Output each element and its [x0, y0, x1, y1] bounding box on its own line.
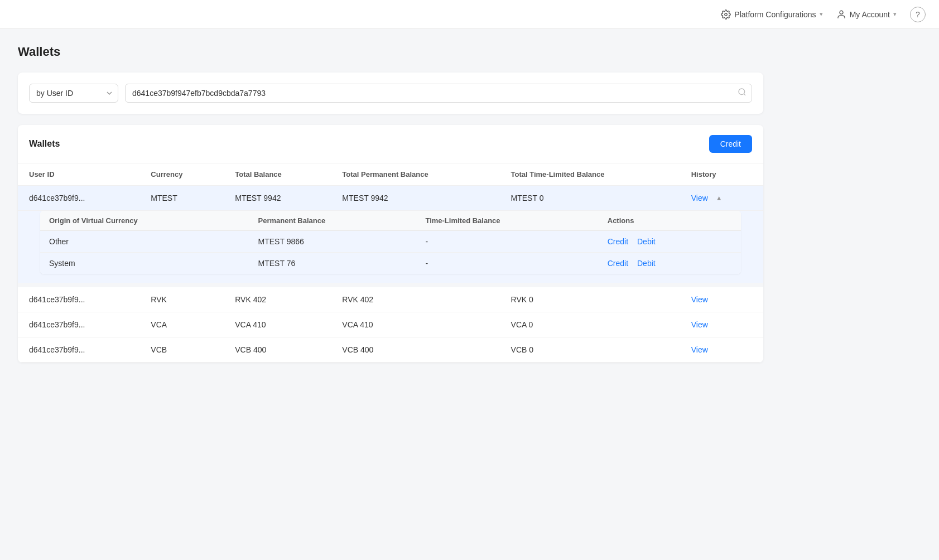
sub-cell-time-limited: -	[416, 231, 598, 253]
filter-select[interactable]: by User IDby Wallet IDby Email	[29, 84, 118, 103]
svg-line-3	[744, 94, 745, 95]
search-input-wrap	[125, 84, 752, 103]
platform-config-nav[interactable]: Platform Configurations ▾	[721, 9, 822, 20]
cell-currency: RVK	[139, 287, 224, 312]
cell-total-balance: VCB 400	[224, 337, 331, 363]
platform-config-label: Platform Configurations	[734, 10, 816, 19]
cell-total-time-limited: VCA 0	[500, 312, 680, 337]
cell-total-time-limited: RVK 0	[500, 287, 680, 312]
wallets-table: User ID Currency Total Balance Total Per…	[18, 163, 763, 363]
table-row: d641ce37b9f9... RVK RVK 402 RVK 402 RVK …	[18, 287, 763, 312]
page-title: Wallets	[18, 45, 763, 59]
cell-currency: VCA	[139, 312, 224, 337]
view-link[interactable]: View	[691, 194, 708, 202]
search-icon	[738, 88, 747, 96]
svg-point-2	[739, 89, 745, 95]
sub-cell-origin: Other	[40, 231, 249, 253]
cell-total-permanent: VCA 410	[331, 312, 499, 337]
cell-total-permanent: RVK 402	[331, 287, 499, 312]
spacer-row	[18, 283, 763, 287]
col-user-id: User ID	[18, 163, 139, 186]
cell-currency: MTEST	[139, 186, 224, 211]
table-panel-header: Wallets Credit	[18, 125, 763, 163]
sub-cell-permanent: MTEST 76	[249, 253, 417, 274]
col-total-permanent: Total Permanent Balance	[331, 163, 499, 186]
view-link[interactable]: View	[691, 320, 708, 329]
sub-col-permanent: Permanent Balance	[249, 211, 417, 231]
table-row: d641ce37b9f9... VCA VCA 410 VCA 410 VCA …	[18, 312, 763, 337]
my-account-label: My Account	[850, 10, 890, 19]
cell-history: View	[680, 337, 763, 363]
cell-user-id: d641ce37b9f9...	[18, 312, 139, 337]
view-link[interactable]: View	[691, 345, 708, 354]
credit-button[interactable]: Credit	[709, 135, 752, 153]
platform-config-chevron: ▾	[820, 11, 823, 18]
table-row: d641ce37b9f9... MTEST MTEST 9942 MTEST 9…	[18, 186, 763, 211]
sub-cell-actions: Credit Debit	[599, 231, 741, 253]
cell-total-permanent: VCB 400	[331, 337, 499, 363]
cell-total-balance: VCA 410	[224, 312, 331, 337]
search-button[interactable]	[738, 88, 747, 99]
sub-table: Origin of Virtual Currency Permanent Bal…	[40, 211, 741, 274]
help-button[interactable]: ?	[910, 7, 926, 22]
sub-col-time-limited: Time-Limited Balance	[416, 211, 598, 231]
user-icon	[836, 9, 846, 20]
my-account-nav[interactable]: My Account ▾	[836, 9, 897, 20]
col-history: History	[680, 163, 763, 186]
cell-user-id: d641ce37b9f9...	[18, 186, 139, 211]
sub-table-cell: Origin of Virtual Currency Permanent Bal…	[18, 211, 763, 283]
svg-point-1	[840, 11, 843, 14]
cell-total-time-limited: VCB 0	[500, 337, 680, 363]
sub-table-data-row: System MTEST 76 - Credit Debit	[40, 253, 741, 274]
sub-col-origin: Origin of Virtual Currency	[40, 211, 249, 231]
cell-total-permanent: MTEST 9942	[331, 186, 499, 211]
table-header: User ID Currency Total Balance Total Per…	[18, 163, 763, 186]
view-link[interactable]: View	[691, 295, 708, 304]
sub-credit-link[interactable]: Credit	[608, 237, 628, 246]
sub-table-data-row: Other MTEST 9866 - Credit Debit	[40, 231, 741, 253]
cell-currency: VCB	[139, 337, 224, 363]
sub-debit-link[interactable]: Debit	[637, 259, 656, 268]
cell-total-balance: RVK 402	[224, 287, 331, 312]
table-body: d641ce37b9f9... MTEST MTEST 9942 MTEST 9…	[18, 186, 763, 363]
search-panel: by User IDby Wallet IDby Email	[18, 73, 763, 114]
sub-debit-link[interactable]: Debit	[637, 237, 656, 246]
page-content: Wallets by User IDby Wallet IDby Email W…	[0, 29, 781, 378]
table-row: d641ce37b9f9... VCB VCB 400 VCB 400 VCB …	[18, 337, 763, 363]
sub-cell-origin: System	[40, 253, 249, 274]
top-nav: Platform Configurations ▾ My Account ▾ ?	[0, 0, 939, 29]
chevron-up-icon: ▲	[716, 194, 723, 202]
wallets-table-panel: Wallets Credit User ID Currency Total Ba…	[18, 125, 763, 363]
col-total-balance: Total Balance	[224, 163, 331, 186]
cell-total-time-limited: MTEST 0	[500, 186, 680, 211]
svg-point-0	[725, 13, 728, 16]
cell-history: View	[680, 312, 763, 337]
sub-cell-actions: Credit Debit	[599, 253, 741, 274]
cell-user-id: d641ce37b9f9...	[18, 337, 139, 363]
sub-cell-time-limited: -	[416, 253, 598, 274]
cell-user-id: d641ce37b9f9...	[18, 287, 139, 312]
help-icon: ?	[916, 10, 920, 19]
gear-icon	[721, 9, 731, 20]
sub-col-actions: Actions	[599, 211, 741, 231]
sub-table-row: Origin of Virtual Currency Permanent Bal…	[18, 211, 763, 283]
sub-cell-permanent: MTEST 9866	[249, 231, 417, 253]
cell-history: View	[680, 287, 763, 312]
cell-history: View ▲	[680, 186, 763, 211]
cell-total-balance: MTEST 9942	[224, 186, 331, 211]
col-total-time-limited: Total Time-Limited Balance	[500, 163, 680, 186]
sub-credit-link[interactable]: Credit	[608, 259, 628, 268]
my-account-chevron: ▾	[893, 11, 897, 18]
wallets-section-title: Wallets	[29, 139, 60, 149]
col-currency: Currency	[139, 163, 224, 186]
search-input[interactable]	[125, 84, 752, 103]
